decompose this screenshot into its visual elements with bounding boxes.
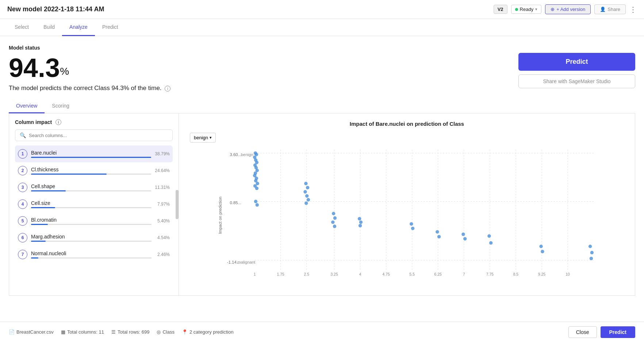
search-box[interactable]: 🔍 xyxy=(15,129,173,141)
column-bar-row xyxy=(31,174,151,175)
predict-button-main[interactable]: Predict xyxy=(518,53,635,71)
column-bar-bg xyxy=(31,207,152,208)
tab-predict[interactable]: Predict xyxy=(95,19,126,36)
column-name: Cell.shape xyxy=(31,183,151,189)
column-bar-bg xyxy=(31,241,152,242)
column-impact-info-icon[interactable]: i xyxy=(55,119,61,125)
column-info: Bare.nuclei xyxy=(31,150,151,158)
column-bar-bg xyxy=(31,157,151,158)
svg-point-72 xyxy=(489,241,492,245)
svg-point-53 xyxy=(305,194,308,198)
list-item[interactable]: 2 Cl.thickness 24.64% xyxy=(15,162,173,179)
svg-text:5.5: 5.5 xyxy=(409,272,415,276)
tab-build[interactable]: Build xyxy=(36,19,62,36)
column-bar-fill xyxy=(31,190,66,191)
svg-point-56 xyxy=(254,200,257,203)
ready-status-badge[interactable]: Ready ▾ xyxy=(511,5,542,14)
column-info: Normal.nucleoli xyxy=(31,250,152,259)
svg-point-58 xyxy=(332,212,335,215)
svg-text:3.60...: 3.60... xyxy=(230,152,241,157)
list-item[interactable]: 4 Cell.size 7.97% xyxy=(15,196,173,213)
svg-text:4.75: 4.75 xyxy=(383,272,390,276)
svg-text:benign: benign xyxy=(241,152,253,157)
class-dropdown[interactable]: benign ▾ xyxy=(190,133,216,143)
svg-point-55 xyxy=(304,202,308,205)
accuracy-percent: % xyxy=(60,66,69,77)
svg-point-57 xyxy=(256,203,259,206)
column-impact-label: Column impact xyxy=(15,119,52,125)
model-status-section: Model status 94.3% The model predicts th… xyxy=(9,45,635,92)
svg-text:0.85...: 0.85... xyxy=(230,201,241,205)
column-info: Cl.thickness xyxy=(31,167,151,175)
svg-point-52 xyxy=(303,190,307,193)
share-button[interactable]: 👤 Share xyxy=(594,4,626,14)
chart-title: Impact of Bare.nuclei on prediction of C… xyxy=(190,121,624,127)
column-impact-header: Column impact i xyxy=(15,119,173,125)
list-item[interactable]: 6 Marg.adhesion 4.54% xyxy=(15,229,173,246)
version-badge[interactable]: V2 xyxy=(494,5,507,14)
info-icon[interactable]: i xyxy=(165,86,170,92)
svg-point-65 xyxy=(410,222,413,225)
column-info: Cell.size xyxy=(31,200,152,208)
column-info: Cell.shape xyxy=(31,183,151,191)
right-actions: Predict Share with SageMaker Studio xyxy=(518,53,635,92)
column-number: 1 xyxy=(18,149,27,159)
list-item[interactable]: 7 Normal.nucleoli 2.46% xyxy=(15,246,173,263)
svg-text:1: 1 xyxy=(254,272,256,276)
column-name: Normal.nucleoli xyxy=(31,250,152,256)
svg-point-73 xyxy=(539,245,543,248)
column-bar-fill xyxy=(31,224,48,225)
svg-text:8.5: 8.5 xyxy=(513,272,519,276)
column-pct: 11.31% xyxy=(155,185,170,190)
svg-point-70 xyxy=(463,237,467,240)
column-name: Cl.thickness xyxy=(31,167,151,172)
sub-tab-scoring[interactable]: Scoring xyxy=(45,99,76,113)
add-version-button[interactable]: ⊕ + Add version xyxy=(545,4,591,14)
list-item[interactable]: 5 Bl.cromatin 5.40% xyxy=(15,213,173,229)
column-number: 5 xyxy=(18,216,27,226)
accuracy-display: 94.3% xyxy=(9,55,170,81)
chart-controls: benign ▾ xyxy=(190,133,624,143)
column-bar-row xyxy=(31,257,152,259)
list-item[interactable]: 3 Cell.shape 11.31% xyxy=(15,179,173,196)
column-number: 7 xyxy=(18,250,27,259)
column-pct: 5.40% xyxy=(155,218,170,224)
column-info: Bl.cromatin xyxy=(31,217,152,225)
svg-text:9.25: 9.25 xyxy=(538,272,545,276)
svg-point-76 xyxy=(590,251,594,254)
column-bar-bg xyxy=(31,257,152,259)
column-name: Bl.cromatin xyxy=(31,217,152,223)
dropdown-value: benign xyxy=(194,135,208,140)
scroll-indicator[interactable] xyxy=(176,190,179,219)
svg-text:7: 7 xyxy=(463,272,465,276)
chart-panel: Impact of Bare.nuclei on prediction of C… xyxy=(179,113,635,295)
search-icon: 🔍 xyxy=(20,132,26,138)
tab-select[interactable]: Select xyxy=(7,19,36,36)
ready-label: Ready xyxy=(520,7,534,12)
column-number: 3 xyxy=(18,183,27,192)
column-name: Marg.adhesion xyxy=(31,234,152,240)
column-bar-row xyxy=(31,207,152,208)
column-bar-bg xyxy=(31,174,151,175)
model-status-label: Model status xyxy=(9,45,635,51)
tab-analyze[interactable]: Analyze xyxy=(62,19,95,36)
main-tabs: Select Build Analyze Predict xyxy=(0,19,644,36)
list-item[interactable]: 1 Bare.nuclei 38.79% xyxy=(15,145,173,162)
svg-text:10: 10 xyxy=(566,272,570,276)
sub-tabs: Overview Scoring xyxy=(9,99,635,113)
page-title: New model 2022-1-18 11:44 AM xyxy=(7,5,104,13)
column-pct: 7.97% xyxy=(155,202,170,207)
svg-text:6.25: 6.25 xyxy=(434,272,442,276)
share-sagemaker-button[interactable]: Share with SageMaker Studio xyxy=(518,74,635,88)
search-input[interactable] xyxy=(29,133,168,138)
svg-point-66 xyxy=(411,227,414,230)
column-bar-bg xyxy=(31,190,151,191)
more-options-button[interactable]: ⋮ xyxy=(629,5,637,14)
sub-tab-overview[interactable]: Overview xyxy=(9,99,45,113)
column-number: 6 xyxy=(18,233,27,242)
column-number: 4 xyxy=(18,199,27,209)
svg-point-49 xyxy=(255,187,258,190)
column-pct: 4.54% xyxy=(155,235,170,240)
column-list: 1 Bare.nuclei 38.79% 2 xyxy=(15,145,173,263)
column-bar-row xyxy=(31,241,152,242)
